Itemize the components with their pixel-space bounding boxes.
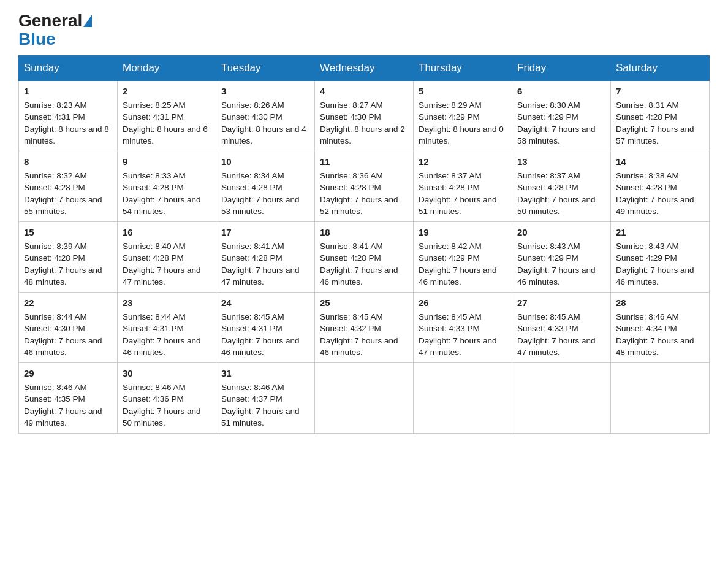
logo-arrow-icon: [83, 15, 92, 27]
calendar-cell: 18Sunrise: 8:41 AMSunset: 4:28 PMDayligh…: [315, 222, 414, 293]
calendar-cell: 12Sunrise: 8:37 AMSunset: 4:28 PMDayligh…: [414, 151, 512, 222]
daylight: Daylight: 7 hours and 52 minutes.: [320, 195, 398, 216]
calendar-cell: [414, 363, 512, 434]
calendar-cell: 4Sunrise: 8:27 AMSunset: 4:30 PMDaylight…: [315, 81, 414, 151]
sunrise: Sunrise: 8:33 AM: [123, 171, 186, 180]
calendar-cell: 17Sunrise: 8:41 AMSunset: 4:28 PMDayligh…: [216, 222, 315, 293]
day-number: 20: [517, 226, 605, 239]
day-number: 4: [320, 85, 408, 98]
sunset: Sunset: 4:28 PM: [24, 253, 85, 262]
sunset: Sunset: 4:28 PM: [320, 183, 381, 192]
calendar-cell: 30Sunrise: 8:46 AMSunset: 4:36 PMDayligh…: [118, 363, 216, 434]
sunrise: Sunrise: 8:43 AM: [616, 242, 679, 251]
col-wednesday: Wednesday: [315, 56, 414, 81]
day-number: 5: [419, 85, 507, 98]
calendar-cell: 15Sunrise: 8:39 AMSunset: 4:28 PMDayligh…: [19, 222, 118, 293]
calendar-header-row: Sunday Monday Tuesday Wednesday Thursday…: [19, 56, 710, 81]
col-sunday: Sunday: [19, 56, 118, 81]
sunrise: Sunrise: 8:45 AM: [517, 312, 580, 321]
sunset: Sunset: 4:28 PM: [320, 253, 381, 262]
daylight: Daylight: 7 hours and 46 minutes.: [123, 336, 201, 358]
day-number: 17: [221, 226, 309, 239]
day-number: 6: [517, 85, 605, 98]
sunset: Sunset: 4:34 PM: [616, 324, 677, 333]
calendar-cell: 27Sunrise: 8:45 AMSunset: 4:33 PMDayligh…: [512, 293, 611, 363]
sunset: Sunset: 4:33 PM: [517, 324, 578, 333]
day-number: 23: [123, 296, 211, 310]
sunrise: Sunrise: 8:44 AM: [123, 312, 186, 321]
daylight: Daylight: 8 hours and 0 minutes.: [419, 124, 504, 146]
calendar-cell: 25Sunrise: 8:45 AMSunset: 4:32 PMDayligh…: [315, 293, 414, 363]
day-number: 24: [221, 296, 309, 310]
col-tuesday: Tuesday: [216, 56, 315, 81]
sunset: Sunset: 4:29 PM: [517, 253, 578, 262]
calendar-cell: [315, 363, 414, 434]
sunrise: Sunrise: 8:46 AM: [221, 383, 284, 392]
sunrise: Sunrise: 8:42 AM: [419, 242, 482, 251]
daylight: Daylight: 7 hours and 46 minutes.: [221, 336, 300, 358]
sunrise: Sunrise: 8:45 AM: [320, 312, 383, 321]
logo: General Blue: [18, 12, 93, 49]
daylight: Daylight: 7 hours and 46 minutes.: [419, 266, 497, 287]
calendar-cell: 2Sunrise: 8:25 AMSunset: 4:31 PMDaylight…: [118, 81, 216, 151]
day-number: 30: [123, 367, 211, 380]
calendar-cell: 19Sunrise: 8:42 AMSunset: 4:29 PMDayligh…: [414, 222, 512, 293]
sunrise: Sunrise: 8:40 AM: [123, 242, 186, 251]
daylight: Daylight: 7 hours and 47 minutes.: [221, 266, 300, 287]
calendar-week-row: 22Sunrise: 8:44 AMSunset: 4:30 PMDayligh…: [19, 293, 710, 363]
daylight: Daylight: 7 hours and 54 minutes.: [123, 195, 201, 216]
sunrise: Sunrise: 8:26 AM: [221, 101, 284, 110]
sunset: Sunset: 4:31 PM: [123, 324, 184, 333]
sunset: Sunset: 4:28 PM: [221, 253, 282, 262]
sunrise: Sunrise: 8:41 AM: [320, 242, 383, 251]
sunrise: Sunrise: 8:43 AM: [517, 242, 580, 251]
sunset: Sunset: 4:28 PM: [24, 183, 85, 192]
logo-blue-text: Blue: [18, 29, 56, 49]
day-number: 14: [616, 155, 704, 169]
sunset: Sunset: 4:28 PM: [616, 183, 677, 192]
calendar-cell: 9Sunrise: 8:33 AMSunset: 4:28 PMDaylight…: [118, 151, 216, 222]
calendar-cell: 5Sunrise: 8:29 AMSunset: 4:29 PMDaylight…: [414, 81, 512, 151]
calendar-cell: [512, 363, 611, 434]
sunrise: Sunrise: 8:25 AM: [123, 101, 186, 110]
day-number: 28: [616, 296, 704, 310]
calendar-cell: 7Sunrise: 8:31 AMSunset: 4:28 PMDaylight…: [611, 81, 710, 151]
sunset: Sunset: 4:28 PM: [517, 183, 578, 192]
sunset: Sunset: 4:35 PM: [24, 394, 85, 404]
daylight: Daylight: 7 hours and 50 minutes.: [123, 407, 201, 428]
day-number: 1: [24, 85, 112, 98]
daylight: Daylight: 8 hours and 4 minutes.: [221, 124, 306, 146]
calendar-cell: 28Sunrise: 8:46 AMSunset: 4:34 PMDayligh…: [611, 293, 710, 363]
sunrise: Sunrise: 8:30 AM: [517, 101, 580, 110]
daylight: Daylight: 7 hours and 49 minutes.: [24, 407, 102, 428]
calendar-cell: 22Sunrise: 8:44 AMSunset: 4:30 PMDayligh…: [19, 293, 118, 363]
calendar-cell: 14Sunrise: 8:38 AMSunset: 4:28 PMDayligh…: [611, 151, 710, 222]
sunrise: Sunrise: 8:37 AM: [517, 171, 580, 180]
sunset: Sunset: 4:31 PM: [221, 324, 282, 333]
calendar-week-row: 1Sunrise: 8:23 AMSunset: 4:31 PMDaylight…: [19, 81, 710, 151]
calendar-cell: 3Sunrise: 8:26 AMSunset: 4:30 PMDaylight…: [216, 81, 315, 151]
sunset: Sunset: 4:28 PM: [419, 183, 480, 192]
day-number: 21: [616, 226, 704, 239]
sunset: Sunset: 4:37 PM: [221, 394, 282, 404]
sunrise: Sunrise: 8:27 AM: [320, 101, 383, 110]
calendar-cell: 16Sunrise: 8:40 AMSunset: 4:28 PMDayligh…: [118, 222, 216, 293]
day-number: 8: [24, 155, 112, 169]
sunset: Sunset: 4:29 PM: [616, 253, 677, 262]
col-friday: Friday: [512, 56, 611, 81]
calendar-cell: 26Sunrise: 8:45 AMSunset: 4:33 PMDayligh…: [414, 293, 512, 363]
daylight: Daylight: 7 hours and 46 minutes.: [616, 266, 694, 287]
day-number: 9: [123, 155, 211, 169]
calendar-cell: 8Sunrise: 8:32 AMSunset: 4:28 PMDaylight…: [19, 151, 118, 222]
daylight: Daylight: 7 hours and 47 minutes.: [517, 336, 596, 358]
daylight: Daylight: 7 hours and 47 minutes.: [419, 336, 497, 358]
day-number: 27: [517, 296, 605, 310]
daylight: Daylight: 7 hours and 58 minutes.: [517, 124, 596, 146]
sunrise: Sunrise: 8:46 AM: [24, 383, 87, 392]
calendar-cell: 13Sunrise: 8:37 AMSunset: 4:28 PMDayligh…: [512, 151, 611, 222]
daylight: Daylight: 7 hours and 51 minutes.: [221, 407, 300, 428]
sunset: Sunset: 4:30 PM: [221, 112, 282, 121]
sunrise: Sunrise: 8:45 AM: [419, 312, 482, 321]
day-number: 19: [419, 226, 507, 239]
day-number: 18: [320, 226, 408, 239]
